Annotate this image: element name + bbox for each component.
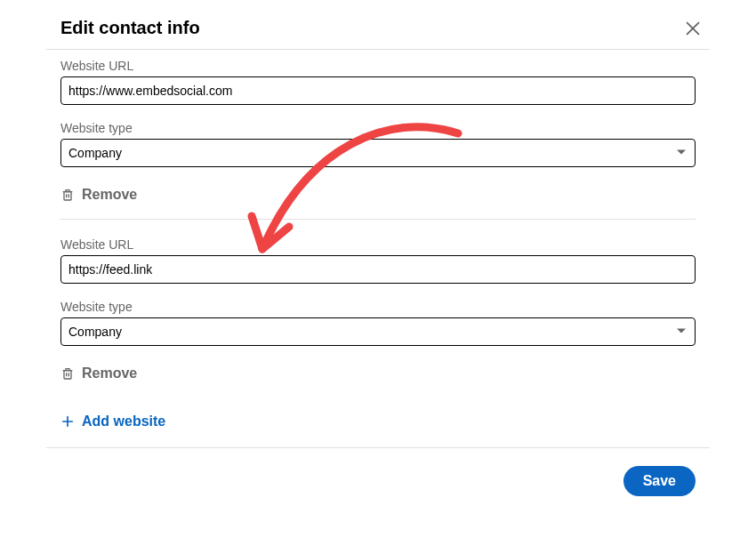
type-label: Website type (60, 121, 696, 135)
trash-icon (60, 366, 75, 381)
trash-icon (60, 188, 75, 202)
website-type-select-1[interactable]: Company (60, 139, 696, 167)
website-type-select-2[interactable]: Company (60, 317, 696, 346)
website-block-1: Website URL Website type Company (0, 50, 756, 220)
modal-title: Edit contact info (60, 18, 200, 38)
remove-label: Remove (82, 187, 137, 203)
plus-icon (60, 414, 75, 429)
website-url-input-2[interactable] (60, 255, 696, 284)
add-website-label: Add website (82, 413, 165, 430)
close-icon (683, 19, 703, 38)
website-url-input-1[interactable] (60, 76, 696, 105)
remove-website-2[interactable]: Remove (60, 346, 696, 397)
modal-footer: Save (0, 448, 756, 496)
website-block-2: Website URL Website type Company (0, 220, 756, 447)
url-label-2: Website URL (60, 237, 696, 252)
remove-label-2: Remove (82, 365, 137, 381)
edit-contact-modal: Edit contact info Website URL Website ty… (0, 0, 756, 496)
type-label-2: Website type (60, 300, 696, 314)
save-button[interactable]: Save (623, 466, 696, 496)
modal-header: Edit contact info (0, 0, 756, 49)
url-label: Website URL (60, 59, 696, 73)
remove-website-1[interactable]: Remove (60, 167, 696, 219)
add-website-button[interactable]: Add website (60, 397, 696, 447)
close-button[interactable] (683, 19, 703, 38)
